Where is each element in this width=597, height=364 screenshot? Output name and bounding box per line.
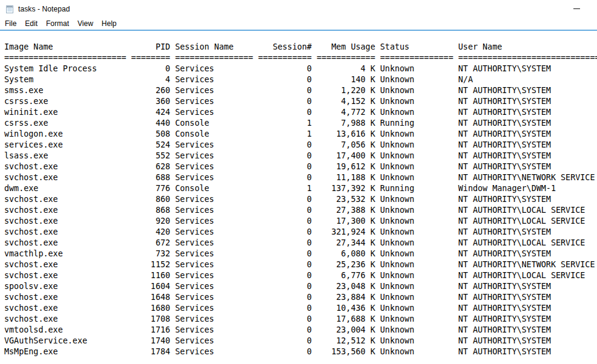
menu-format[interactable]: Format: [42, 18, 73, 30]
minimize-button[interactable]: [563, 0, 590, 18]
menu-bar: File Edit Format View Help: [0, 18, 597, 30]
notepad-icon: [5, 4, 15, 14]
window-title: tasks - Notepad: [18, 5, 70, 13]
menu-file[interactable]: File: [1, 18, 21, 30]
minimize-icon: [573, 8, 580, 9]
document-text[interactable]: Image Name PID Session Name Session# Mem…: [0, 31, 597, 357]
title-bar: tasks - Notepad: [0, 0, 597, 18]
text-editor-area[interactable]: Image Name PID Session Name Session# Mem…: [0, 31, 597, 364]
menu-edit[interactable]: Edit: [21, 18, 42, 30]
notepad-window: tasks - Notepad File Edit Format View He…: [0, 0, 597, 364]
menu-view[interactable]: View: [73, 18, 97, 30]
menu-help[interactable]: Help: [97, 18, 121, 30]
